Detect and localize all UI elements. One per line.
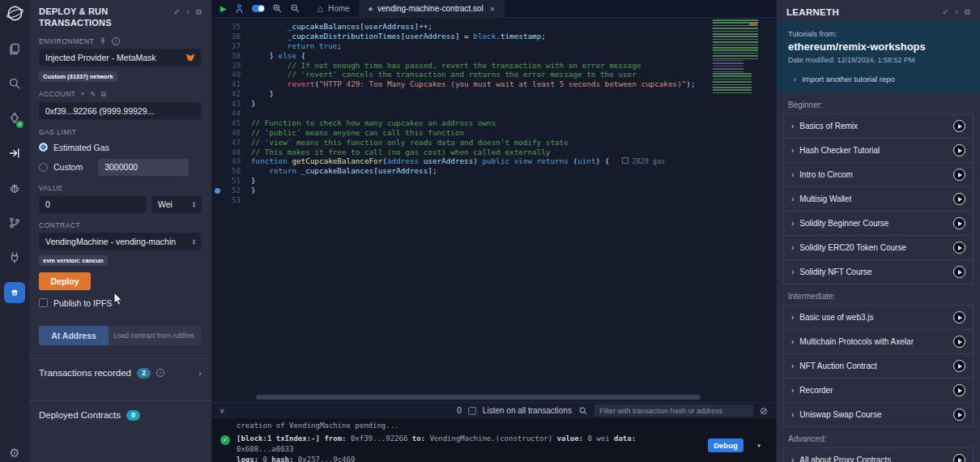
add-account-icon[interactable]: + — [81, 90, 85, 98]
value-input[interactable] — [39, 195, 147, 213]
breakpoint-gutter[interactable] — [212, 166, 224, 176]
account-select[interactable]: 0xf39...92266 (9999.99929... — [39, 102, 202, 120]
play-circle-icon[interactable] — [953, 311, 965, 323]
verify-check-icon[interactable]: ✓ — [173, 7, 180, 17]
info-icon[interactable]: i — [112, 37, 120, 45]
pin-icon[interactable] — [99, 37, 107, 45]
git-icon[interactable] — [0, 205, 29, 240]
filter-transactions-input[interactable] — [594, 404, 753, 417]
breakpoint-gutter[interactable] — [212, 109, 224, 118]
play-circle-icon[interactable] — [953, 217, 965, 229]
code-editor[interactable]: 35 _cupcakeBalances[userAddress]++;36 _c… — [212, 18, 776, 402]
custom-gas-input[interactable] — [98, 159, 189, 176]
debug-button[interactable]: Debug — [708, 438, 744, 452]
play-circle-icon[interactable] — [953, 169, 965, 181]
tutorial-item[interactable]: ›Basic use of web3.js — [783, 305, 974, 330]
breakpoint-gutter[interactable] — [212, 138, 224, 148]
breakpoint-gutter[interactable] — [212, 156, 224, 166]
debugger-icon[interactable] — [0, 170, 29, 205]
import-tutorial-link[interactable]: › Import another tutorial repo — [788, 75, 969, 83]
breakpoint-gutter[interactable] — [212, 118, 224, 128]
walkthrough-person-icon[interactable] — [234, 3, 245, 14]
listen-all-checkbox[interactable] — [468, 407, 476, 415]
breakpoint-dot[interactable] — [212, 186, 224, 195]
solidity-compiler-icon[interactable]: ✓ — [0, 101, 29, 135]
transaction-log-row[interactable]: ✓ [block:1 txIndex:-] from: 0xf39...9226… — [220, 434, 768, 462]
settings-gear-icon[interactable]: ⚙ — [9, 446, 19, 460]
breakpoint-gutter[interactable] — [212, 32, 224, 41]
at-address-button[interactable]: At Address — [39, 326, 109, 345]
custom-gas-option[interactable]: Custom — [39, 159, 202, 176]
play-circle-icon[interactable] — [953, 193, 965, 205]
verify-check-icon[interactable]: ✓ — [942, 7, 948, 17]
minimap[interactable] — [713, 19, 758, 97]
publish-to-ipfs-option[interactable]: Publish to IPFS — [39, 298, 202, 308]
tab-file[interactable]: ◆ vending-machine-contract.sol × — [360, 0, 505, 17]
breakpoint-gutter[interactable] — [212, 79, 224, 89]
expand-chevron-icon[interactable]: › — [198, 368, 202, 378]
play-circle-icon[interactable] — [953, 144, 965, 156]
play-circle-icon[interactable] — [953, 242, 965, 254]
breakpoint-gutter[interactable] — [212, 22, 224, 32]
horizontal-scrollbar[interactable] — [251, 395, 724, 400]
run-script-play-icon[interactable]: ▶ — [220, 4, 227, 13]
tab-home[interactable]: ⌂ Home — [309, 0, 360, 17]
breakpoint-gutter[interactable] — [212, 51, 224, 61]
breakpoint-gutter[interactable] — [212, 61, 224, 71]
clear-console-icon[interactable]: ⊘ — [760, 405, 768, 417]
breakpoint-gutter[interactable] — [212, 176, 224, 186]
custom-gas-radio[interactable] — [39, 163, 48, 172]
expand-log-chevron-icon[interactable]: ▾ — [756, 441, 761, 450]
tutorial-item[interactable]: ›Intro to Circom — [783, 162, 974, 187]
pin-panel-icon[interactable]: ⧉ — [965, 7, 970, 17]
tutorial-item[interactable]: ›Solidity Beginner Course — [783, 211, 974, 236]
tutorial-item[interactable]: ›All about Proxy Contracts — [783, 447, 974, 462]
scrollbar-thumb[interactable] — [256, 395, 701, 400]
tutorial-item[interactable]: ›Uniswap Swap Course — [783, 402, 974, 427]
file-explorer-icon[interactable] — [0, 31, 29, 66]
learneth-icon[interactable] — [0, 275, 29, 310]
pin-panel-icon[interactable]: ⧉ — [196, 7, 202, 17]
environment-select[interactable]: Injected Provider - MetaMask — [39, 49, 202, 66]
close-tab-icon[interactable]: × — [490, 4, 495, 14]
deploy-button[interactable]: Deploy — [39, 272, 91, 290]
collapse-panel-icon[interactable]: › — [187, 7, 190, 17]
search-icon[interactable] — [0, 66, 29, 101]
info-icon[interactable]: i — [156, 369, 164, 377]
contract-select[interactable]: VendingMachine - vending-machin ▴▾ — [39, 233, 202, 250]
publish-ipfs-checkbox[interactable] — [39, 298, 48, 307]
edit-account-icon[interactable]: ✎ — [90, 90, 96, 98]
breakpoint-gutter[interactable] — [212, 195, 224, 205]
tutorial-item[interactable]: ›NFT Auction Contract — [783, 353, 974, 379]
value-unit-select[interactable]: Wei ▴▾ — [151, 195, 202, 213]
zoom-in-icon[interactable] — [272, 3, 283, 14]
play-circle-icon[interactable] — [953, 454, 965, 462]
breakpoint-gutter[interactable] — [212, 99, 224, 109]
play-circle-icon[interactable] — [953, 266, 965, 278]
breakpoint-gutter[interactable] — [212, 128, 224, 138]
editor-toggle-icon[interactable] — [252, 5, 265, 12]
play-circle-icon[interactable] — [953, 360, 965, 372]
play-circle-icon[interactable] — [953, 409, 965, 421]
collapse-panel-icon[interactable]: › — [956, 7, 958, 17]
at-address-input[interactable] — [109, 326, 202, 345]
tutorial-item[interactable]: ›Hash Checker Tutorial — [783, 138, 974, 163]
play-circle-icon[interactable] — [953, 120, 965, 132]
play-circle-icon[interactable] — [953, 384, 965, 396]
zoom-out-icon[interactable] — [290, 3, 300, 14]
estimated-gas-option[interactable]: Estimated Gas — [39, 143, 202, 152]
transactions-recorded-row[interactable]: Transactions recorded 2 i › — [39, 359, 202, 387]
tutorial-item[interactable]: ›Solidity NFT Course — [783, 259, 974, 284]
breakpoint-gutter[interactable] — [212, 70, 224, 79]
tutorial-item[interactable]: ›Multisig Wallet — [783, 186, 974, 212]
breakpoint-gutter[interactable] — [212, 148, 224, 157]
tutorial-item[interactable]: ›Solidity ERC20 Token Course — [783, 235, 974, 260]
play-circle-icon[interactable] — [953, 336, 965, 348]
tutorial-item[interactable]: ›Multichain Protocols with Axelar — [783, 329, 974, 354]
collapse-terminal-icon[interactable]: » — [218, 408, 228, 413]
breakpoint-gutter[interactable] — [212, 89, 224, 99]
breakpoint-gutter[interactable] — [212, 41, 224, 51]
deployed-contracts-row[interactable]: Deployed Contracts 0 — [39, 401, 202, 430]
plugin-manager-icon[interactable] — [0, 240, 29, 275]
copy-account-icon[interactable]: ⧉ — [101, 90, 107, 99]
